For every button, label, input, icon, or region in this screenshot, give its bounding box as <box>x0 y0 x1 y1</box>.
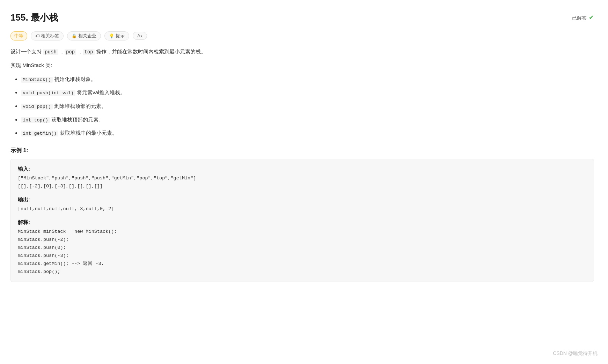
problem-number: 155. <box>10 12 28 23</box>
explanation-line-5: minStack.getMin(); --> 返回 -3. <box>18 260 587 268</box>
header-row: 155. 最小栈 已解答 ✔ <box>10 10 594 25</box>
font-button[interactable]: Ax <box>133 32 147 40</box>
input-label: 输入: <box>18 165 587 173</box>
related-company-label: 相关企业 <box>78 33 96 39</box>
method-list: MinStack() 初始化堆栈对象。 void push(int val) 将… <box>10 75 594 138</box>
output-label: 输出: <box>18 195 587 204</box>
method-code-2: void push(int val) <box>21 90 75 96</box>
explanation-line-3: minStack.push(0); <box>18 244 587 252</box>
problem-title-text: 最小栈 <box>31 12 58 23</box>
related-company-button[interactable]: 🔒 相关企业 <box>67 31 101 40</box>
related-tags-label: 相关标签 <box>41 33 59 39</box>
list-item: MinStack() 初始化堆栈对象。 <box>21 75 594 84</box>
method-code-3: void pop() <box>21 104 53 110</box>
hint-button[interactable]: 💡 提示 <box>104 31 129 40</box>
solved-check-icon: ✔ <box>589 13 594 23</box>
list-item: void push(int val) 将元素val推入堆栈。 <box>21 88 594 97</box>
list-item: int getMin() 获取堆栈中的最小元素。 <box>21 129 594 138</box>
output-value: [null,null,null,null,-3,null,0,-2] <box>18 205 587 213</box>
bulb-icon: 💡 <box>109 34 114 38</box>
impl-text: 实现 MinStack 类: <box>10 61 594 69</box>
tag-icon: 🏷 <box>35 34 39 38</box>
keyword-top: top <box>83 49 94 55</box>
hint-label: 提示 <box>116 33 125 39</box>
input-line1: ["MinStack","push","push","push","getMin… <box>18 174 587 183</box>
solved-badge: 已解答 ✔ <box>572 13 594 23</box>
input-line2: [[],[-2],[0],[-3],[],[],[],[]] <box>18 183 587 191</box>
method-code-5: int getMin() <box>21 131 58 136</box>
problem-title: 155. 最小栈 <box>10 10 58 25</box>
solved-label: 已解答 <box>572 14 587 22</box>
keyword-pop: pop <box>65 49 76 55</box>
method-code-4: int top() <box>21 117 50 123</box>
explanation-line-1: MinStack minStack = new MinStack(); <box>18 228 587 236</box>
lock-icon: 🔒 <box>72 34 77 38</box>
explanation-label: 解释: <box>18 218 587 226</box>
tags-row: 中等 🏷 相关标签 🔒 相关企业 💡 提示 Ax <box>10 31 594 41</box>
explanation-line-4: minStack.push(-3); <box>18 252 587 260</box>
explanation-line-6: minStack.pop(); <box>18 268 587 276</box>
font-label: Ax <box>137 33 142 38</box>
keyword-push: push <box>43 49 58 55</box>
list-item: void pop() 删除堆栈顶部的元素。 <box>21 102 594 111</box>
problem-description: 设计一个支持 push ，pop ，top 操作，并能在常数时间内检索到最小元素… <box>10 47 594 56</box>
difficulty-tag[interactable]: 中等 <box>10 31 27 41</box>
example-title: 示例 1: <box>10 146 594 155</box>
list-item: int top() 获取堆栈顶部的元素。 <box>21 116 594 124</box>
watermark: CSDN @睡觉待开机 <box>553 349 598 357</box>
method-code-1: MinStack() <box>21 77 53 83</box>
example-box: 输入: ["MinStack","push","push","push","ge… <box>10 159 594 282</box>
example-section: 示例 1: 输入: ["MinStack","push","push","pus… <box>10 146 594 282</box>
related-tags-button[interactable]: 🏷 相关标签 <box>31 31 64 40</box>
explanation-line-2: minStack.push(-2); <box>18 236 587 244</box>
